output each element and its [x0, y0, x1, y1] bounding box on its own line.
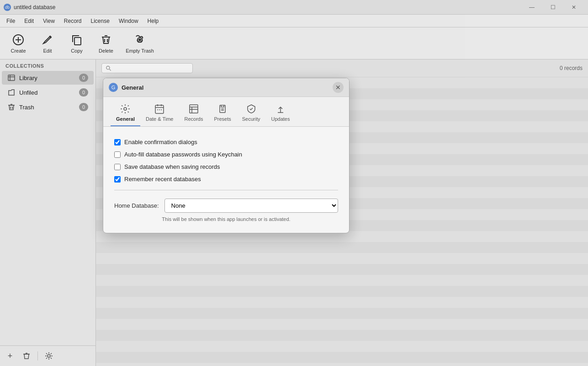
checkbox-save-db: Save database when saving records	[114, 161, 338, 173]
home-db-label: Home Database:	[114, 202, 159, 209]
enable-confirmation-checkbox[interactable]	[114, 139, 121, 145]
tab-security[interactable]: Security	[237, 101, 266, 126]
tab-general[interactable]: General	[111, 101, 140, 126]
svg-rect-28	[190, 105, 198, 113]
checkbox-enable-confirm: Enable confirmation dialogs	[114, 136, 338, 148]
tab-updates-icon	[275, 103, 286, 114]
remember-recent-label[interactable]: Remember recent databases	[124, 176, 201, 183]
tab-records[interactable]: Records	[179, 101, 209, 126]
tab-security-icon	[246, 103, 257, 114]
home-db-row: Home Database: None	[114, 195, 338, 216]
checkbox-remember-recent: Remember recent databases	[114, 173, 338, 185]
svg-point-20	[124, 108, 127, 110]
tab-presets[interactable]: Presets	[208, 101, 236, 126]
remember-recent-checkbox[interactable]	[114, 176, 121, 183]
dialog-body: Enable confirmation dialogs Auto-fill da…	[103, 127, 349, 233]
home-db-select[interactable]: None	[164, 199, 338, 213]
dialog-title-left: G General	[109, 83, 143, 92]
dialog-close-button[interactable]: ✕	[333, 82, 344, 93]
enable-confirmation-label[interactable]: Enable confirmation dialogs	[124, 139, 197, 145]
autofill-keychain-checkbox[interactable]	[114, 151, 121, 158]
dialog-titlebar: G General ✕	[103, 78, 349, 97]
tab-datetime-icon	[154, 103, 165, 114]
tab-general-icon	[120, 103, 131, 114]
save-db-checkbox[interactable]	[114, 164, 121, 170]
dialog-title: General	[122, 84, 143, 91]
save-db-label[interactable]: Save database when saving records	[124, 163, 220, 170]
tab-datetime[interactable]: Date & Time	[140, 101, 179, 126]
dialog-tabs: General Date & Time Records	[103, 97, 349, 127]
dialog-app-icon: G	[109, 83, 118, 92]
checkbox-autofill: Auto-fill database passwords using Keych…	[114, 148, 338, 161]
dialog-general: G General ✕ General Da	[103, 78, 350, 233]
autofill-keychain-label[interactable]: Auto-fill database passwords using Keych…	[124, 151, 242, 158]
home-db-hint: This will be shown when this app launche…	[114, 216, 338, 224]
tab-presets-icon	[217, 103, 228, 114]
tab-records-icon	[188, 103, 199, 114]
tab-updates[interactable]: Updates	[266, 101, 296, 126]
svg-rect-21	[155, 105, 164, 113]
dialog-divider	[114, 190, 338, 190]
